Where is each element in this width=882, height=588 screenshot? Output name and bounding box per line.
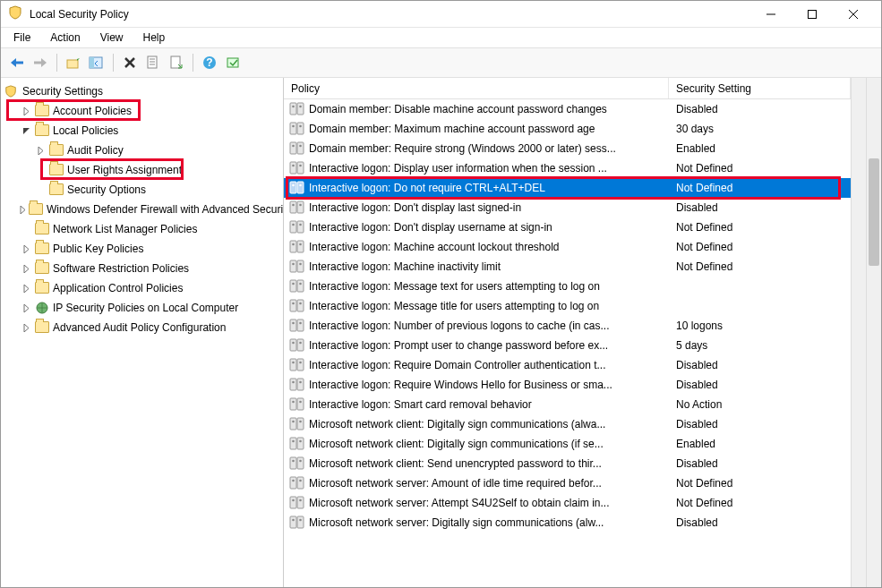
delete-icon[interactable] — [119, 52, 141, 73]
svg-point-38 — [292, 184, 295, 187]
tree-item[interactable]: Network List Manager Policies — [3, 219, 281, 239]
svg-rect-4 — [15, 62, 23, 64]
menu-help[interactable]: Help — [134, 30, 175, 46]
menu-view[interactable]: View — [91, 30, 133, 46]
svg-rect-61 — [297, 300, 304, 311]
svg-rect-36 — [290, 182, 296, 193]
policy-row[interactable]: Interactive logon: Message title for use… — [284, 296, 851, 316]
list-header: Policy Security Setting — [284, 78, 851, 99]
help-icon[interactable]: ? — [199, 52, 220, 73]
policy-row[interactable]: Interactive logon: Machine inactivity li… — [284, 257, 851, 277]
policy-row[interactable]: Interactive logon: Do not require CTRL+A… — [284, 178, 851, 198]
close-button[interactable] — [833, 2, 874, 27]
list-scroll[interactable]: Policy Security Setting Domain member: D… — [284, 78, 851, 587]
show-hide-tree-icon[interactable] — [86, 52, 107, 73]
tree-pane[interactable]: Security Settings Account PoliciesLocal … — [1, 78, 284, 587]
svg-point-95 — [299, 460, 302, 463]
tree-item-label: Software Restriction Policies — [53, 262, 189, 275]
policy-row[interactable]: Domain member: Require strong (Windows 2… — [284, 139, 851, 158]
tree-root[interactable]: Security Settings — [3, 81, 281, 101]
policy-row[interactable]: Microsoft network server: Digitally sign… — [284, 513, 851, 533]
tree-item[interactable]: Application Control Policies — [3, 278, 281, 298]
scrollbar-thumb[interactable] — [869, 158, 879, 266]
tree-item[interactable]: User Rights Assignment — [3, 160, 281, 180]
policy-icon — [289, 180, 305, 196]
svg-rect-45 — [297, 221, 304, 233]
svg-point-35 — [299, 165, 302, 167]
svg-point-63 — [299, 303, 302, 305]
tree-item-label: Application Control Policies — [53, 282, 183, 294]
svg-rect-53 — [297, 260, 304, 272]
column-header-setting[interactable]: Security Setting — [669, 78, 851, 98]
menu-file[interactable]: File — [4, 30, 39, 46]
svg-point-90 — [292, 440, 295, 443]
expand-icon[interactable] — [19, 261, 33, 276]
policy-row[interactable]: Microsoft network client: Digitally sign… — [284, 414, 851, 434]
properties-icon[interactable] — [142, 52, 164, 73]
expand-icon[interactable] — [19, 242, 33, 256]
window: Local Security Policy File Action View H… — [0, 0, 882, 588]
expand-icon[interactable] — [19, 301, 33, 315]
policy-icon — [289, 101, 305, 117]
expand-icon[interactable] — [19, 281, 33, 295]
tree-item[interactable]: Public Key Policies — [3, 239, 281, 259]
expand-icon[interactable] — [19, 320, 33, 335]
expand-icon[interactable] — [19, 104, 33, 118]
policy-row[interactable]: Interactive logon: Don't display usernam… — [284, 217, 851, 237]
list-scrollbar[interactable] — [851, 78, 866, 587]
export-list-icon[interactable] — [166, 52, 187, 73]
policy-name: Microsoft network server: Digitally sign… — [309, 516, 604, 529]
back-button[interactable] — [6, 52, 28, 73]
up-one-level-icon[interactable] — [63, 52, 84, 73]
policy-icon — [289, 318, 305, 334]
expand-icon[interactable] — [19, 202, 27, 217]
policy-row[interactable]: Interactive logon: Prompt user to change… — [284, 336, 851, 355]
tree-item-label: IP Security Policies on Local Computer — [53, 302, 238, 314]
svg-point-55 — [299, 263, 302, 266]
minimize-button[interactable] — [750, 2, 792, 27]
svg-rect-41 — [297, 201, 304, 213]
refresh-policy-icon[interactable] — [222, 52, 244, 73]
forward-button[interactable] — [30, 52, 51, 73]
tree-item[interactable]: Advanced Audit Policy Configuration — [3, 318, 281, 337]
svg-point-50 — [292, 243, 295, 246]
policy-row[interactable]: Microsoft network client: Send unencrypt… — [284, 454, 851, 473]
policy-row[interactable]: Microsoft network client: Digitally sign… — [284, 434, 851, 454]
policy-row[interactable]: Domain member: Disable machine account p… — [284, 99, 851, 119]
policy-row[interactable]: Microsoft network server: Amount of idle… — [284, 473, 851, 493]
svg-point-91 — [299, 440, 302, 443]
policy-row[interactable]: Domain member: Maximum machine account p… — [284, 119, 851, 139]
outer-scrollbar[interactable] — [866, 78, 881, 587]
svg-rect-57 — [297, 280, 304, 292]
policy-row[interactable]: Interactive logon: Require Domain Contro… — [284, 355, 851, 375]
twisty-spacer — [33, 183, 47, 197]
menu-action[interactable]: Action — [41, 30, 89, 46]
policy-row[interactable]: Interactive logon: Number of previous lo… — [284, 316, 851, 336]
tree-item[interactable]: Account Policies — [3, 101, 281, 121]
tree-item[interactable]: Local Policies — [3, 121, 281, 141]
maximize-button[interactable] — [792, 2, 833, 27]
tree-item[interactable]: Windows Defender Firewall with Advanced … — [3, 200, 281, 219]
tree-item[interactable]: IP Security Policies on Local Computer — [3, 298, 281, 318]
policy-row[interactable]: Interactive logon: Smart card removal be… — [284, 395, 851, 414]
svg-point-42 — [292, 204, 295, 207]
column-header-policy[interactable]: Policy — [284, 78, 669, 98]
tree-item[interactable]: Software Restriction Policies — [3, 259, 281, 278]
svg-rect-97 — [297, 477, 304, 489]
expand-icon[interactable] — [33, 143, 47, 158]
tree-item[interactable]: Audit Policy — [3, 141, 281, 160]
policy-row[interactable]: Interactive logon: Require Windows Hello… — [284, 375, 851, 395]
collapse-icon[interactable] — [19, 124, 33, 138]
policy-setting: Disabled — [669, 379, 851, 391]
policy-setting: Enabled — [669, 142, 851, 155]
policy-name: Domain member: Disable machine account p… — [309, 103, 607, 115]
policy-row[interactable]: Interactive logon: Don't display last si… — [284, 198, 851, 217]
policy-row[interactable]: Interactive logon: Machine account locko… — [284, 237, 851, 257]
policy-row[interactable]: Interactive logon: Message text for user… — [284, 277, 851, 296]
policy-row[interactable]: Interactive logon: Display user informat… — [284, 158, 851, 178]
svg-rect-100 — [290, 497, 296, 508]
svg-rect-56 — [290, 280, 296, 292]
tree-item[interactable]: Security Options — [3, 180, 281, 200]
policy-icon — [289, 160, 305, 176]
policy-row[interactable]: Microsoft network server: Attempt S4U2Se… — [284, 493, 851, 513]
